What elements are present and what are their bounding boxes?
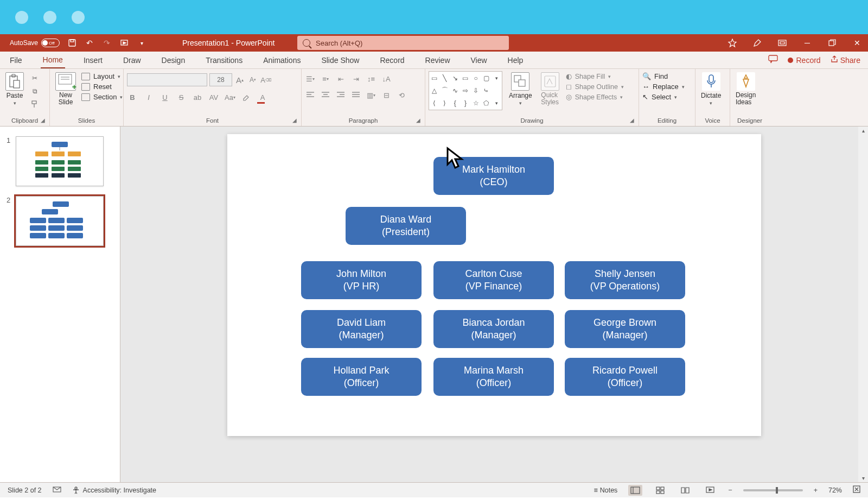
share-button[interactable]: Share bbox=[831, 55, 860, 65]
tab-insert[interactable]: Insert bbox=[81, 52, 105, 68]
align-center-icon[interactable] bbox=[320, 90, 331, 100]
reset-button[interactable]: Reset bbox=[81, 83, 123, 91]
shape-line-icon[interactable]: ╲ bbox=[439, 72, 450, 84]
text-direction-icon[interactable]: ↓A bbox=[381, 73, 392, 84]
accessibility-status[interactable]: Accessibility: Investigate bbox=[72, 487, 156, 494]
save-icon[interactable] bbox=[67, 38, 77, 48]
font-size-select[interactable]: 28 bbox=[209, 73, 232, 86]
autosave-toggle[interactable]: AutoSave Off bbox=[10, 39, 60, 47]
design-ideas-button[interactable]: Design Ideas bbox=[733, 71, 758, 107]
numbering-icon[interactable]: ≡▾ bbox=[320, 73, 331, 84]
normal-view-icon[interactable] bbox=[628, 485, 642, 496]
org-box-vp1[interactable]: John Milton (VP HR) bbox=[301, 261, 422, 299]
align-text-icon[interactable]: ⊟ bbox=[381, 90, 392, 100]
fit-to-window-icon[interactable] bbox=[853, 485, 860, 495]
org-box-off1[interactable]: Holland Park (Officer) bbox=[301, 358, 422, 396]
scroll-up-icon[interactable]: ▴ bbox=[862, 128, 865, 134]
shape-rect-icon[interactable]: ▭ bbox=[460, 72, 470, 84]
shape-outline-button[interactable]: ◻Shape Outline▾ bbox=[566, 83, 624, 91]
section-button[interactable]: Section▾ bbox=[81, 93, 123, 101]
paragraph-launcher-icon[interactable]: ◢ bbox=[416, 117, 423, 124]
paste-button[interactable]: Paste ▾ bbox=[3, 71, 26, 107]
char-spacing-icon[interactable]: AV bbox=[208, 92, 219, 103]
qat-customize-icon[interactable]: ▾ bbox=[137, 38, 146, 48]
notes-button[interactable]: ≡ Notes bbox=[593, 487, 617, 494]
search-input[interactable]: Search (Alt+Q) bbox=[297, 36, 509, 50]
font-name-select[interactable] bbox=[127, 73, 207, 86]
tab-file[interactable]: File bbox=[8, 52, 24, 68]
shape-bracket-icon[interactable]: ⟨ bbox=[429, 97, 439, 110]
dictate-button[interactable]: Dictate ▾ bbox=[699, 71, 723, 107]
shape-textbox-icon[interactable]: ▭ bbox=[429, 72, 439, 84]
select-button[interactable]: ↖Select▾ bbox=[642, 93, 685, 101]
shape-arrow2-icon[interactable]: ⇩ bbox=[471, 84, 481, 97]
format-painter-icon[interactable] bbox=[29, 99, 40, 109]
text-shadow-icon[interactable]: ab bbox=[192, 92, 203, 103]
tab-review[interactable]: Review bbox=[423, 52, 452, 68]
slide-thumbnail-2[interactable] bbox=[16, 196, 104, 246]
underline-icon[interactable]: U bbox=[159, 92, 170, 103]
zoom-slider[interactable] bbox=[743, 489, 803, 491]
org-box-off3[interactable]: Ricardo Powell (Officer) bbox=[565, 358, 685, 396]
close-icon[interactable]: ✕ bbox=[851, 36, 864, 49]
strikethrough-icon[interactable]: S bbox=[176, 92, 187, 103]
columns-icon[interactable]: ▥▾ bbox=[366, 90, 376, 100]
cut-icon[interactable]: ✂ bbox=[29, 73, 40, 83]
slideshow-view-icon[interactable] bbox=[703, 485, 717, 496]
shape-curve-icon[interactable]: ∿ bbox=[450, 84, 460, 97]
align-right-icon[interactable] bbox=[335, 90, 346, 100]
shape-oval-icon[interactable]: ○ bbox=[471, 72, 481, 84]
slide-sorter-view-icon[interactable] bbox=[653, 485, 667, 496]
shape-arc-icon[interactable]: ⌒ bbox=[439, 84, 450, 97]
shape-tri-icon[interactable]: △ bbox=[429, 84, 439, 97]
ribbon-display-icon[interactable] bbox=[776, 36, 789, 49]
reading-view-icon[interactable] bbox=[678, 485, 692, 496]
shape-conn-icon[interactable]: ⤷ bbox=[481, 84, 492, 97]
highlight-icon[interactable] bbox=[241, 92, 252, 103]
shape-fill-button[interactable]: ◐Shape Fill▾ bbox=[566, 72, 624, 80]
org-box-mgr3[interactable]: George Brown (Manager) bbox=[565, 310, 685, 348]
tab-transitions[interactable]: Transitions bbox=[203, 52, 245, 68]
org-box-mgr1[interactable]: David Liam (Manager) bbox=[301, 310, 422, 348]
tab-slideshow[interactable]: Slide Show bbox=[319, 52, 361, 68]
line-spacing-icon[interactable]: ↕≡ bbox=[366, 73, 376, 84]
tab-record[interactable]: Record bbox=[378, 52, 406, 68]
zoom-in-icon[interactable]: + bbox=[814, 487, 818, 494]
slide-thumbnail-panel[interactable]: 1 bbox=[0, 127, 120, 482]
start-from-beginning-icon[interactable] bbox=[119, 38, 129, 48]
shape-star-icon[interactable]: ☆ bbox=[471, 97, 481, 110]
quick-styles-button[interactable]: Quick Styles bbox=[539, 71, 561, 107]
shape-arrow-icon[interactable]: ⇨ bbox=[460, 84, 470, 97]
undo-icon[interactable]: ↶ bbox=[85, 38, 94, 48]
org-box-president[interactable]: Diana Ward (President) bbox=[346, 207, 466, 245]
drawing-launcher-icon[interactable]: ◢ bbox=[630, 117, 636, 124]
tab-home[interactable]: Home bbox=[41, 52, 65, 68]
scroll-down-icon[interactable]: ▾ bbox=[862, 475, 865, 481]
arrange-button[interactable]: Arrange ▾ bbox=[507, 71, 534, 107]
redo-icon[interactable]: ↷ bbox=[102, 38, 112, 48]
new-slide-button[interactable]: + New Slide bbox=[53, 71, 78, 107]
shape-callout-icon[interactable]: ⬠ bbox=[481, 97, 492, 110]
slide-counter[interactable]: Slide 2 of 2 bbox=[8, 487, 42, 494]
shape-line2-icon[interactable]: ↘ bbox=[450, 72, 460, 84]
tab-design[interactable]: Design bbox=[159, 52, 188, 68]
tab-view[interactable]: View bbox=[469, 52, 489, 68]
vertical-scrollbar[interactable]: ▴ ▾ bbox=[858, 127, 868, 482]
font-launcher-icon[interactable]: ◢ bbox=[292, 117, 299, 124]
decrease-font-icon[interactable]: A▾ bbox=[247, 74, 258, 85]
shape-roundrect-icon[interactable]: ▢ bbox=[481, 72, 492, 84]
shape-more-icon[interactable]: ▾ bbox=[492, 72, 502, 84]
comments-icon[interactable] bbox=[768, 55, 778, 65]
increase-font-icon[interactable]: A▴ bbox=[234, 74, 245, 85]
layout-button[interactable]: Layout▾ bbox=[81, 72, 123, 80]
minimize-window-dot[interactable] bbox=[43, 11, 56, 24]
bold-icon[interactable]: B bbox=[127, 92, 138, 103]
slide-canvas-area[interactable]: Mark Hamilton (CEO) Diana Ward (Presiden… bbox=[120, 127, 868, 482]
maximize-icon[interactable] bbox=[826, 36, 839, 49]
smartart-icon[interactable]: ⟲ bbox=[396, 90, 407, 100]
tab-draw[interactable]: Draw bbox=[121, 52, 143, 68]
copy-icon[interactable]: ⧉ bbox=[29, 86, 40, 96]
slide-thumbnail-1[interactable] bbox=[16, 136, 104, 186]
tab-animations[interactable]: Animations bbox=[261, 52, 303, 68]
shape-brace-icon[interactable]: { bbox=[450, 97, 460, 110]
